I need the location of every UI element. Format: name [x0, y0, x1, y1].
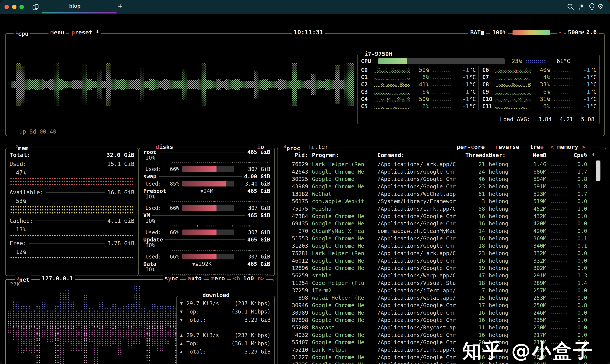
new-tab-button[interactable]: +	[118, 2, 122, 11]
search-icon[interactable]	[566, 2, 575, 12]
filter-button[interactable]: filter	[305, 143, 330, 151]
tree-toggle[interactable]: tree	[528, 143, 546, 151]
col-threads[interactable]: Threads:	[465, 152, 485, 158]
proc-program: Raycast	[308, 324, 373, 331]
process-row[interactable]: 46012Google Chrome He/Applications/Googl…	[280, 257, 591, 264]
mem-box-title[interactable]: 2mem	[14, 143, 30, 152]
process-row[interactable]: 30946Google Chrome He/Applications/Googl…	[280, 301, 591, 309]
process-row[interactable]: 30925Google Chrome/Applications/Google C…	[280, 175, 591, 183]
maximize-button[interactable]	[19, 5, 24, 9]
interval-decrease-button[interactable]: -	[557, 29, 564, 36]
mem-label: Used:	[10, 161, 27, 167]
mem-label: Cached:	[10, 218, 33, 224]
disk-io-label: IO%	[143, 194, 270, 200]
proc-mem-dots	[546, 191, 567, 197]
menu-button[interactable]: menu	[49, 29, 66, 36]
proc-program: Google Chrome He	[308, 339, 373, 346]
process-row[interactable]: 75281Lark Helper (Ren/Applications/Lark.…	[280, 249, 591, 257]
close-button[interactable]	[4, 5, 9, 9]
proc-box-title[interactable]: 4proc	[282, 143, 302, 152]
process-row[interactable]: 898wolai Helper (Re/Applications/wolai.a…	[280, 294, 591, 301]
proc-cpu: 0.1	[567, 235, 587, 242]
col-pid[interactable]: Pid:	[280, 152, 308, 158]
col-program[interactable]: Program:	[308, 152, 373, 158]
process-row[interactable]: 4032Google Chrome He/Applications/Google…	[280, 331, 591, 339]
core-temp: -1°C	[573, 66, 597, 73]
tab-overview-icon[interactable]	[31, 3, 40, 12]
tab-title[interactable]: btop	[56, 3, 93, 9]
process-row[interactable]: 76829Lark Helper (Ren/Applications/Lark.…	[280, 160, 591, 168]
process-row[interactable]: 30989Google Chrome He/Applications/Googl…	[280, 309, 591, 316]
mem-value: 15.1 GiB	[107, 161, 134, 167]
col-command[interactable]: Command:	[373, 152, 465, 158]
scroll-down-indicator[interactable]: ↓	[597, 361, 600, 364]
process-row[interactable]: 12896Google Chrome He/Applications/Googl…	[280, 264, 591, 272]
cpu-box-title[interactable]: 1cpu	[14, 29, 30, 38]
proc-command: /Applications/Google Chr	[373, 258, 465, 264]
disk-used-bar	[182, 254, 234, 260]
io-mode-button[interactable]: io	[255, 143, 266, 151]
proc-user: helong	[485, 280, 512, 286]
process-row[interactable]: 75175Feishu/Applications/Lark.app/C58hel…	[280, 205, 591, 212]
core-usage-graph	[374, 82, 410, 87]
disk-used-bar	[182, 166, 234, 172]
proc-mem: 591M	[512, 183, 546, 190]
reverse-toggle[interactable]: reverse	[493, 143, 521, 151]
process-row[interactable]: 43989Google Chrome He/Applications/Googl…	[280, 183, 591, 190]
proc-user: helong	[485, 310, 512, 316]
proc-pid: 47126	[280, 361, 308, 364]
minimize-button[interactable]	[12, 5, 16, 9]
proc-mem-dots	[546, 161, 567, 168]
proc-program: Google Chrome He	[308, 317, 373, 323]
core-usage-graph	[495, 82, 531, 87]
process-row[interactable]: 37259iTerm2/Applications/iTerm.app/7helo…	[280, 287, 591, 294]
proc-mem-dots	[546, 280, 567, 286]
proc-user: helong	[485, 317, 512, 323]
proc-mem-dots	[546, 317, 567, 323]
proc-threads: 11	[465, 324, 485, 331]
col-cpu[interactable]: Cpu%	[567, 152, 587, 158]
proc-mem-dots	[546, 176, 567, 182]
proc-user: helong	[485, 169, 512, 175]
proc-cpu: 0.0	[567, 258, 587, 264]
proc-pid: 75210	[280, 347, 308, 353]
mem-percent: 13%	[10, 225, 134, 234]
process-row[interactable]: 55208Raycast/Applications/Raycast.ap11he…	[280, 324, 591, 331]
ai-sparkles-icon[interactable]	[577, 2, 585, 12]
col-user[interactable]: User:	[485, 152, 512, 158]
process-row[interactable]: 69435Google Chrome He/Applications/Googl…	[280, 220, 591, 227]
sort-selector[interactable]: < memory >	[548, 143, 587, 151]
download-speed-row: ▼29.7 KiB/s(237 Kibps)	[180, 299, 271, 308]
disk-used-bar-fill	[182, 205, 216, 211]
process-row[interactable]: 970CleanMyMac X Heacom.macpaw.zh.CleanMy…	[280, 227, 591, 235]
process-row[interactable]: 87898Google Chrome He/Applications/Googl…	[280, 316, 591, 324]
proc-mem: 340M	[512, 243, 546, 249]
process-row[interactable]: 31203Google Chrome He/Applications/Googl…	[280, 242, 591, 250]
proc-pid: 46012	[280, 258, 308, 264]
disks-box-title[interactable]: disks	[154, 143, 175, 151]
tips-bulb-icon[interactable]	[587, 2, 596, 12]
process-row[interactable]: 13182WeChat/Applications/WeChat.app61hel…	[280, 190, 591, 198]
net-stats-rows: ▼29.7 KiB/s(237 Kibps) ▼Top:(36.1 Mibps)…	[177, 296, 274, 356]
proc-scrollbar-thumb[interactable]	[596, 160, 600, 181]
disk-used-bar	[182, 181, 234, 186]
disk-name-row: Update465 GiB	[143, 236, 270, 243]
proc-pid: 76829	[280, 161, 308, 168]
proc-threads: 47	[465, 272, 485, 279]
proc-cpu: 1.3	[567, 272, 587, 279]
preset-button[interactable]: preset *	[69, 29, 101, 36]
process-row[interactable]: 56259stable/Applications/Warp.app/C47hel…	[280, 272, 591, 279]
process-row[interactable]: 47384Google Chrome He/Applications/Googl…	[280, 212, 591, 220]
process-row[interactable]: 56175com.apple.WebKit/System/Library/Fra…	[280, 197, 591, 205]
col-memb[interactable]: MemB	[512, 152, 546, 158]
process-row[interactable]: 11254Code Helper (Plu/Applications/Visua…	[280, 279, 591, 287]
core-row-c11: C116%-1°C	[479, 103, 599, 110]
disk-used-value: 307 GiB	[237, 229, 270, 235]
process-row[interactable]: 51553Google Chrome He/Applications/Googl…	[280, 235, 591, 242]
settings-gear-icon[interactable]: ⚙	[598, 1, 603, 11]
per-core-toggle[interactable]: per-core	[455, 143, 487, 151]
disk-line	[152, 215, 245, 216]
process-row[interactable]: 42643Google Chrome He/Applications/Googl…	[280, 168, 591, 175]
proc-pid: 12896	[280, 265, 308, 271]
proc-mem-dots-strip	[551, 172, 567, 174]
